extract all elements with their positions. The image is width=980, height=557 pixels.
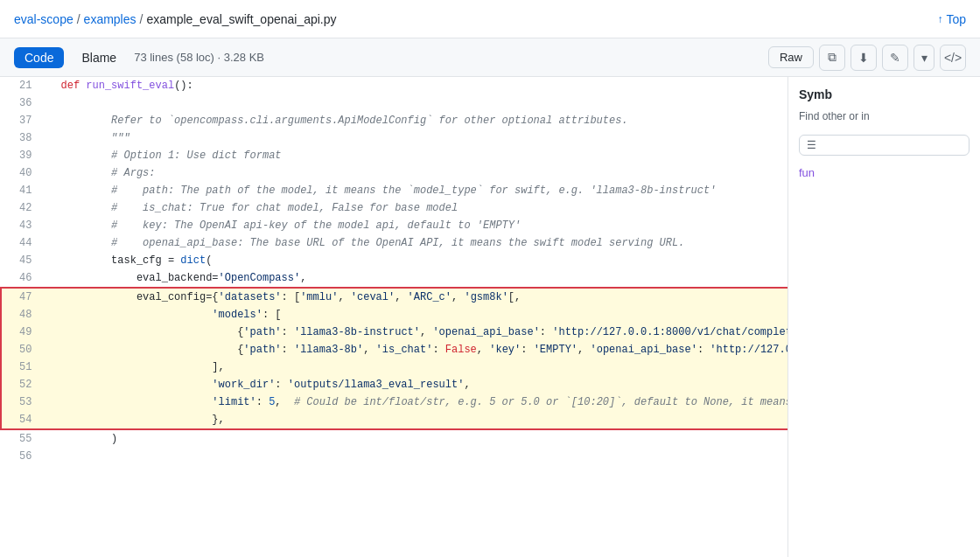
line-number: 44 bbox=[1, 234, 46, 252]
token: Refer to `opencompass.cli.arguments.ApiM… bbox=[61, 115, 628, 127]
top-link[interactable]: ↑ Top bbox=[937, 12, 966, 26]
table-row: 49 {'path': 'llama3-8b-instruct', 'opena… bbox=[1, 324, 788, 341]
token: task_cfg = bbox=[61, 254, 181, 267]
line-code: 'models': [ bbox=[46, 306, 788, 324]
token: , bbox=[275, 396, 294, 408]
line-number: 21 bbox=[1, 77, 46, 94]
token: 'path' bbox=[243, 326, 281, 338]
line-number: 42 bbox=[1, 199, 46, 217]
table-row: 46 eval_backend='OpenCompass', bbox=[1, 269, 788, 288]
folder-link[interactable]: examples bbox=[84, 12, 136, 26]
table-row: 51 ], bbox=[1, 359, 788, 376]
token: dict bbox=[180, 254, 206, 267]
token: # is_chat: True for chat model, False fo… bbox=[61, 202, 458, 214]
token: 'path' bbox=[243, 344, 281, 356]
toolbar-bar: Code Blame 73 lines (58 loc) · 3.28 KB R… bbox=[0, 38, 980, 77]
line-code bbox=[46, 94, 788, 112]
filter-bar[interactable]: ☰ bbox=[799, 135, 970, 156]
line-number: 54 bbox=[1, 411, 46, 429]
token: , bbox=[578, 344, 590, 356]
symbols-icon-btn[interactable]: </> bbox=[940, 45, 966, 71]
line-code: # is_chat: True for chat model, False fo… bbox=[46, 199, 788, 217]
line-number: 40 bbox=[1, 164, 46, 182]
token: 'is_chat' bbox=[376, 344, 433, 356]
token: 'outputs/llama3_eval_result' bbox=[288, 379, 465, 391]
download-icon-btn[interactable]: ⬇ bbox=[850, 45, 877, 71]
line-number: 46 bbox=[1, 269, 46, 288]
token: : bbox=[697, 344, 710, 356]
token: : bbox=[521, 344, 533, 356]
line-number: 37 bbox=[1, 112, 46, 129]
line-code: # key: The OpenAI api-key of the model a… bbox=[46, 217, 788, 234]
line-number: 50 bbox=[1, 341, 46, 359]
line-code: task_cfg = dict( bbox=[46, 252, 788, 269]
copy-icon-btn[interactable]: ⧉ bbox=[819, 45, 845, 71]
token: { bbox=[61, 326, 244, 338]
token: eval_backend= bbox=[61, 272, 219, 284]
token: ) bbox=[61, 433, 118, 445]
token: 'EMPTY' bbox=[534, 344, 578, 356]
token: # Args: bbox=[61, 167, 156, 179]
token: : bbox=[540, 326, 552, 338]
token: , bbox=[338, 291, 350, 303]
token: { bbox=[61, 344, 244, 356]
line-code: ], bbox=[46, 359, 788, 376]
sep1: / bbox=[77, 12, 80, 26]
table-row: 41 # path: The path of the model, it mea… bbox=[1, 182, 788, 199]
token: : bbox=[275, 379, 287, 391]
more-icon-btn[interactable]: ▾ bbox=[914, 45, 934, 71]
token: , bbox=[477, 344, 489, 356]
token: }, bbox=[61, 414, 225, 426]
token: : bbox=[282, 326, 294, 338]
edit-icon-btn[interactable]: ✎ bbox=[882, 45, 908, 71]
header-bar: eval-scope / examples / example_eval_swi… bbox=[0, 0, 980, 38]
table-row: 43 # key: The OpenAI api-key of the mode… bbox=[1, 217, 788, 234]
token: 'OpenCompass' bbox=[219, 272, 301, 284]
table-row: 47 eval_config={'datasets': ['mmlu', 'ce… bbox=[1, 288, 788, 306]
code-tab[interactable]: Code bbox=[14, 47, 64, 68]
line-code: Refer to `opencompass.cli.arguments.ApiM… bbox=[46, 112, 788, 129]
token: 'limit' bbox=[212, 396, 256, 408]
blame-tab[interactable]: Blame bbox=[71, 47, 127, 68]
token: , bbox=[395, 291, 407, 303]
token: 'llama3-8b' bbox=[294, 344, 363, 356]
token: (): bbox=[174, 80, 193, 92]
token: # Could be int/float/str, e.g. 5 or 5.0 … bbox=[294, 396, 788, 408]
raw-button[interactable]: Raw bbox=[768, 46, 814, 68]
line-code: """ bbox=[46, 129, 788, 147]
table-row: 48 'models': [ bbox=[1, 306, 788, 324]
table-row: 40 # Args: bbox=[1, 164, 788, 182]
token: 'datasets' bbox=[219, 291, 282, 303]
token: 'models' bbox=[212, 309, 262, 321]
token: 'key' bbox=[489, 344, 521, 356]
token: , bbox=[464, 379, 470, 391]
line-number: 49 bbox=[1, 324, 46, 341]
line-code: 'work_dir': 'outputs/llama3_eval_result'… bbox=[46, 376, 788, 393]
token: 'http://127.0.0.1:8000/v1/chat/completio… bbox=[552, 326, 788, 338]
repo-link[interactable]: eval-scope bbox=[14, 12, 74, 26]
table-row: 21def run_swift_eval(): bbox=[1, 77, 788, 94]
token: # key: The OpenAI api-key of the model a… bbox=[61, 219, 522, 232]
token: : [ bbox=[262, 309, 282, 321]
line-number: 43 bbox=[1, 217, 46, 234]
table-row: 54 }, bbox=[1, 411, 788, 429]
token: 'ceval' bbox=[351, 291, 395, 303]
table-row: 37 Refer to `opencompass.cli.arguments.A… bbox=[1, 112, 788, 129]
top-label: Top bbox=[946, 12, 966, 26]
line-number: 36 bbox=[1, 94, 46, 112]
token: : bbox=[256, 396, 269, 408]
line-code: # path: The path of the model, it means … bbox=[46, 182, 788, 199]
token: # Option 1: Use dict format bbox=[61, 150, 282, 162]
line-number: 41 bbox=[1, 182, 46, 199]
line-number: 53 bbox=[1, 393, 46, 411]
line-code: # Args: bbox=[46, 164, 788, 182]
symbol-fun[interactable]: fun bbox=[799, 166, 970, 179]
right-panel-title: Symb bbox=[799, 87, 970, 101]
line-code: ) bbox=[46, 429, 788, 448]
breadcrumb: eval-scope / examples / example_eval_swi… bbox=[14, 12, 337, 26]
line-code: def run_swift_eval(): bbox=[46, 77, 788, 94]
line-code: {'path': 'llama3-8b', 'is_chat': False, … bbox=[46, 341, 788, 359]
token: """ bbox=[61, 132, 130, 144]
token: , bbox=[452, 291, 464, 303]
token: 'ARC_c' bbox=[408, 291, 452, 303]
